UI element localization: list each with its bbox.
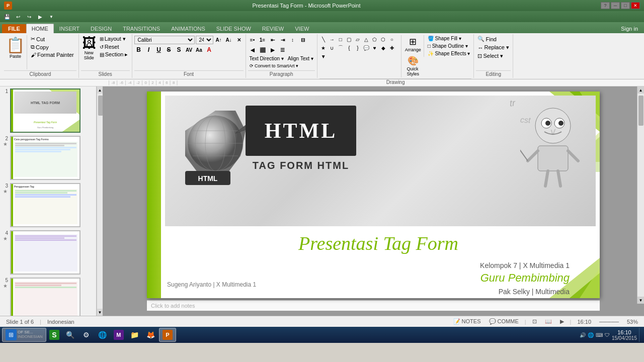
shape-parallelogram-btn[interactable]: ▱ (354, 35, 362, 43)
review-tab[interactable]: REVIEW (257, 24, 289, 33)
scroll-down-arrow[interactable]: ▼ (97, 309, 103, 316)
sign-in-btn[interactable]: Sign in (617, 24, 642, 33)
view-slideshow-btn[interactable]: ▶ (558, 318, 566, 325)
quick-styles-btn[interactable]: 🎨 QuickStyles (404, 54, 423, 77)
notes-btn[interactable]: 📝 NOTES (451, 318, 483, 325)
redo-qa-btn[interactable]: ↪ (24, 12, 34, 21)
scroll-track[interactable] (97, 94, 103, 309)
present-qa-btn[interactable]: ▶ (35, 12, 45, 21)
shape-cross-btn[interactable]: ✚ (388, 44, 396, 52)
shape-heart-btn[interactable]: ♥ (371, 44, 379, 52)
undo-qa-btn[interactable]: ↩ (13, 12, 23, 21)
slide-title[interactable]: Presentasi Tag Form (167, 232, 590, 254)
transitions-tab[interactable]: TRANSITIONS (117, 24, 166, 33)
canvas-scroll-up[interactable]: ▲ (637, 86, 644, 94)
cut-button[interactable]: ✂ Cut (29, 35, 75, 43)
layout-button[interactable]: ⊞ Layout ▾ (98, 35, 130, 43)
paste-button[interactable]: 📋 Paste (4, 35, 27, 69)
decrease-indent-btn[interactable]: ⇤ (268, 35, 277, 44)
slide-panel-scrollbar[interactable]: ▲ ▼ (97, 86, 103, 316)
comments-btn[interactable]: 💬 COMME (487, 318, 521, 325)
text-shadow-btn[interactable]: S (175, 45, 184, 54)
strikethrough-btn[interactable]: S (165, 45, 174, 54)
replace-button[interactable]: ↔Replace ▾ (476, 44, 510, 51)
case-btn[interactable]: Aa (195, 45, 204, 54)
format-painter-button[interactable]: 🖌 Format Painter (29, 51, 75, 58)
shape-effects-btn[interactable]: ✨ Shape Effects ▾ (426, 50, 472, 57)
taskbar-app-folder[interactable]: ⚙ (78, 328, 95, 342)
slide-footer[interactable]: Sugeng Ariyanto | X Multimedia 1 (167, 281, 256, 288)
slideshow-tab[interactable]: SLIDE SHOW (211, 24, 257, 33)
taskbar-app-firefox[interactable]: 🦊 (143, 328, 159, 342)
shape-arrow-btn[interactable]: → (328, 35, 336, 43)
align-left-btn[interactable]: ◀ (248, 45, 257, 54)
slide-thumb-4[interactable]: 4 ★ (2, 230, 94, 275)
char-spacing-btn[interactable]: AV (185, 45, 194, 54)
text-direction-btn[interactable]: Text Direction ▾ (248, 55, 285, 62)
columns-btn[interactable]: ⊟ (298, 35, 307, 44)
copy-button[interactable]: ⧉ Copy (29, 43, 75, 51)
clear-format-btn[interactable]: ✕ (234, 35, 244, 44)
font-size-select[interactable]: 24 (196, 36, 213, 44)
taskbar-app-files[interactable]: 📁 (127, 328, 143, 342)
shape-callout-btn[interactable]: 💬 (362, 44, 370, 52)
find-button[interactable]: 🔍Find (476, 35, 498, 43)
shape-more-btn[interactable]: ▼ (319, 52, 328, 60)
bullets-btn[interactable]: ≡• (248, 35, 257, 44)
view-reading-btn[interactable]: 📖 (543, 318, 554, 325)
align-right-btn[interactable]: ▶ (268, 45, 277, 54)
save-qa-btn[interactable]: 💾 (2, 12, 12, 21)
font-size-up-btn[interactable]: A↑ (214, 35, 223, 44)
restore-btn[interactable]: □ (621, 2, 630, 9)
underline-btn[interactable]: U (154, 45, 164, 54)
shape-rounded-rect-btn[interactable]: ▢ (345, 35, 353, 43)
font-family-select[interactable]: Calibri (134, 36, 195, 44)
customize-qa-btn[interactable]: ▼ (46, 12, 56, 21)
shape-curve-btn[interactable]: ∪ (328, 44, 336, 52)
close-btn[interactable]: ✕ (631, 2, 640, 9)
taskbar-app-3[interactable]: 🌐 (95, 328, 111, 342)
shape-pentagon-btn[interactable]: ⬠ (371, 35, 379, 43)
slide-thumb-3[interactable]: 3 ★ Penggunaan Tag (2, 183, 94, 227)
shape-line-btn[interactable]: ╲ (319, 35, 328, 43)
animations-tab[interactable]: ANIMATIONS (166, 24, 211, 33)
slide-thumb-5[interactable]: 5 ★ (2, 278, 94, 316)
shape-star-btn[interactable]: ★ (319, 44, 328, 52)
insert-tab[interactable]: INSERT (54, 24, 85, 33)
design-tab[interactable]: DESIGN (85, 24, 117, 33)
select-button[interactable]: ⊡Select ▾ (476, 52, 505, 60)
shape-outline-btn[interactable]: □ Shape Outline ▾ (426, 43, 472, 49)
shape-hexagon-btn[interactable]: ⬡ (379, 35, 387, 43)
reset-button[interactable]: ↺ Reset (98, 43, 130, 50)
shape-triangle-btn[interactable]: △ (362, 35, 370, 43)
slide-thumb-2[interactable]: 2 ★ Cara penggunaan Tag Forms (2, 136, 94, 180)
notes-area[interactable]: Click to add notes (147, 300, 600, 311)
view-normal-btn[interactable]: ⊡ (530, 318, 539, 325)
view-tab[interactable]: VIEW (289, 24, 314, 33)
scroll-up-arrow[interactable]: ▲ (97, 86, 103, 94)
canvas-scroll-down[interactable]: ▼ (637, 297, 644, 304)
help-btn[interactable]: ? (601, 2, 610, 9)
taskbar-app-ppt[interactable]: P (159, 328, 176, 342)
file-tab[interactable]: FILE (2, 24, 26, 33)
minimize-btn[interactable]: ─ (611, 2, 620, 9)
new-slide-button[interactable]: 🖼 NewSlide (81, 35, 97, 61)
align-center-btn[interactable]: ⬛ (258, 45, 267, 54)
shape-diamond-btn[interactable]: ◆ (379, 44, 387, 52)
arrange-btn[interactable]: ⊞ Arrange (404, 35, 423, 53)
slide-subtitle3[interactable]: Pak Selky | Multimedia (167, 288, 590, 296)
section-button[interactable]: ▤ Section ▸ (98, 51, 130, 58)
convert-smartart-btn[interactable]: ⟳ Convert to SmartArt ▾ (248, 63, 300, 69)
slide-subtitle1[interactable]: Kelompok 7 | X Multimedia 1 (167, 261, 590, 269)
shape-fill-btn[interactable]: 🪣 Shape Fill ▾ (426, 35, 472, 42)
taskbar-app-m[interactable]: M (111, 328, 127, 342)
line-spacing-btn[interactable]: ↕ (288, 35, 297, 44)
increase-indent-btn[interactable]: ⇥ (278, 35, 287, 44)
bold-btn[interactable]: B (134, 45, 143, 54)
zoom-level[interactable]: ───── (597, 319, 621, 325)
font-color-btn[interactable]: A (205, 45, 214, 54)
shape-rect-btn[interactable]: □ (337, 35, 345, 43)
taskbar-app-search[interactable]: 🔍 (62, 328, 78, 342)
home-tab[interactable]: HOME (26, 24, 54, 33)
shape-arc-btn[interactable]: ⌒ (337, 44, 345, 52)
